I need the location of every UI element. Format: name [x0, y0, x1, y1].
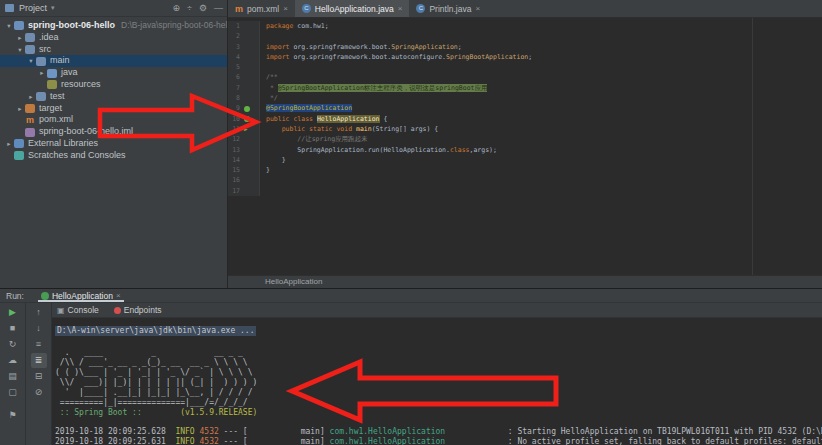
pin-icon[interactable]: ⚑	[5, 408, 21, 423]
tree-item-root[interactable]: ▾spring-boot-06-helloD:\B-java\spring-bo…	[0, 20, 227, 32]
code-line[interactable]: 1package com.hw1;	[228, 21, 822, 31]
tab-println-java[interactable]: C Println.java ×	[409, 0, 487, 17]
code-line[interactable]: 9@SpringBootApplication	[228, 103, 822, 113]
gear-icon[interactable]: ⚙	[199, 2, 207, 14]
tab-pom-xml[interactable]: m pom.xml ×	[228, 0, 295, 17]
code-line[interactable]: 4import org.springframework.boot.autocon…	[228, 52, 822, 62]
code-line[interactable]: 3import org.springframework.boot.SpringA…	[228, 42, 822, 52]
dump-threads-icon[interactable]: ▤	[5, 369, 21, 384]
tab-endpoints[interactable]: Endpoints	[114, 305, 162, 315]
tree-item-scratches[interactable]: Scratches and Consoles	[0, 150, 227, 162]
tree-item-pom[interactable]: mpom.xml	[0, 114, 227, 126]
line-number: 10	[228, 114, 243, 124]
tree-item-java[interactable]: ▸java	[0, 67, 227, 79]
locate-file-icon[interactable]: ⊕	[172, 2, 180, 14]
code-text: @SpringBootApplication	[266, 103, 352, 113]
close-icon[interactable]: ×	[398, 4, 403, 13]
tab-console[interactable]: ▣ Console	[57, 305, 99, 315]
console-panel: ▣ Console Endpoints D:\A-win\server\java…	[52, 303, 822, 445]
down-stack-trace-icon[interactable]: ↓	[31, 321, 47, 336]
spring-boot-version-line: :: Spring Boot :: (v1.5.9.RELEASE)	[55, 408, 822, 418]
expand-arrow-icon[interactable]: ▸	[26, 91, 36, 103]
close-icon[interactable]: ×	[116, 291, 121, 300]
restart-icon[interactable]: ↻	[5, 337, 21, 352]
spring-bean-icon[interactable]	[244, 116, 250, 122]
up-stack-trace-icon[interactable]: ↑	[31, 305, 47, 320]
code-editor[interactable]: 1package com.hw1;23import org.springfram…	[228, 18, 822, 275]
log-lines: 2019-10-18 20:09:25.628 INFO 4532 --- [ …	[52, 427, 822, 445]
expand-arrow-icon[interactable]: ▸	[15, 32, 25, 44]
code-text: package com.hw1;	[266, 21, 329, 31]
code-text: * @SpringBootApplication标注主程序类，说明这是sprin…	[266, 83, 487, 93]
tree-item-resources[interactable]: resources	[0, 79, 227, 91]
run-icon[interactable]: ▶	[251, 116, 255, 122]
chevron-down-icon[interactable]: ▾	[51, 4, 55, 12]
close-icon[interactable]: ×	[475, 4, 480, 13]
gutter	[243, 155, 260, 165]
console-toolbar: ↑↓≡≣⊟⊘	[26, 303, 52, 445]
attach-console-icon[interactable]: ▢	[5, 385, 21, 400]
spring-boot-ascii-banner: . ____ _ __ _ _ /\\ / ___'_ __ _ _(_)_ _…	[55, 348, 822, 408]
expand-arrow-icon[interactable]: ▾	[4, 20, 14, 32]
code-line[interactable]: 16	[228, 175, 822, 185]
tab-label: Println.java	[429, 4, 471, 14]
spring-bean-icon[interactable]	[244, 106, 250, 112]
close-icon[interactable]: ×	[283, 4, 288, 13]
gutter	[243, 52, 260, 62]
print-icon[interactable]: ⊟	[31, 369, 47, 384]
tool-window-icon	[5, 4, 14, 12]
expand-arrow-icon[interactable]: ▾	[26, 55, 36, 67]
tree-item-label: resources	[61, 79, 101, 91]
tree-item-target[interactable]: ▸target	[0, 103, 227, 115]
code-line[interactable]: 17	[228, 186, 822, 196]
tab-helloapplication-java[interactable]: C HelloApplication.java ×	[295, 0, 410, 17]
code-line[interactable]: 14 }	[228, 155, 822, 165]
code-line[interactable]: 15}	[228, 165, 822, 175]
tree-item-test[interactable]: ▸test	[0, 91, 227, 103]
run-panel-label: Run:	[6, 291, 24, 301]
expand-arrow-icon[interactable]: ▸	[15, 103, 25, 115]
code-line[interactable]: 13 SpringApplication.run(HelloApplicatio…	[228, 145, 822, 155]
line-number: 16	[228, 175, 243, 185]
spring-boot-version: (v1.5.9.RELEASE)	[180, 408, 257, 417]
breadcrumb[interactable]: HelloApplication	[228, 275, 822, 288]
tree-item-label: main	[50, 55, 70, 67]
tree-item-main[interactable]: ▾main	[0, 55, 227, 67]
tree-item-iml[interactable]: spring-boot-06-hello.iml	[0, 126, 227, 138]
soft-wrap-icon[interactable]: ≡	[31, 337, 47, 352]
tree-item-idea[interactable]: ▸.idea	[0, 32, 227, 44]
run-icon[interactable]: ▶	[244, 126, 248, 132]
project-icon	[14, 21, 24, 30]
project-panel-header[interactable]: Project ▾ ⊕ ÷ ⚙ —	[0, 0, 227, 17]
tab-label: Endpoints	[124, 305, 162, 315]
code-line[interactable]: 6/**	[228, 72, 822, 82]
collapse-all-icon[interactable]: ÷	[187, 2, 192, 14]
code-line[interactable]: 8 */	[228, 93, 822, 103]
code-line[interactable]: 7 * @SpringBootApplication标注主程序类，说明这是spr…	[228, 83, 822, 93]
code-line[interactable]: 2	[228, 31, 822, 41]
tree-item-src[interactable]: ▾src	[0, 44, 227, 56]
expand-arrow-icon[interactable]: ▾	[15, 44, 25, 56]
rerun-icon[interactable]: ▶	[5, 305, 21, 320]
spring-boot-caption: :: Spring Boot ::	[55, 408, 142, 417]
gutter: ▶	[243, 124, 260, 134]
stop-icon[interactable]: ■	[5, 321, 21, 336]
gutter	[243, 165, 260, 175]
tree-item-external-libraries[interactable]: ▸External Libraries	[0, 138, 227, 150]
clear-all-icon[interactable]: ⊘	[31, 385, 47, 400]
code-line[interactable]: 5	[228, 62, 822, 72]
code-line[interactable]: 12 //让spring应用跑起来	[228, 134, 822, 144]
scroll-to-end-icon[interactable]: ≣	[31, 353, 47, 368]
libraries-icon	[14, 139, 24, 148]
expand-arrow-icon[interactable]: ▸	[37, 67, 47, 79]
code-line[interactable]: 10▶public class HelloApplication {	[228, 114, 822, 124]
run-config-tab[interactable]: HelloApplication ×	[36, 289, 126, 302]
upload-hot-swap-icon[interactable]: ☁	[5, 353, 21, 368]
expand-arrow-icon[interactable]: ▸	[4, 138, 14, 150]
hide-panel-icon[interactable]: —	[214, 2, 223, 14]
console-icon: ▣	[57, 306, 65, 315]
editor-area: m pom.xml × C HelloApplication.java × C …	[228, 0, 822, 288]
code-text: /**	[266, 72, 278, 82]
console-output: D:\A-win\server\java\jdk\bin\java.exe ..…	[52, 318, 822, 445]
code-line[interactable]: 11▶ public static void main(String[] arg…	[228, 124, 822, 134]
